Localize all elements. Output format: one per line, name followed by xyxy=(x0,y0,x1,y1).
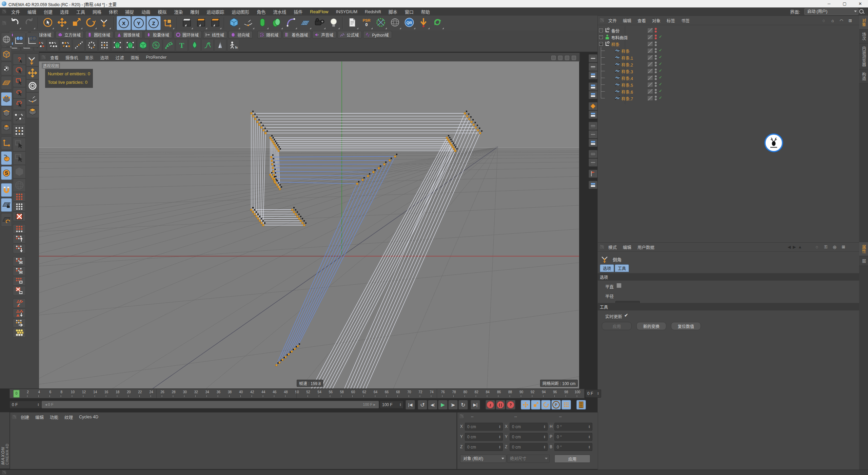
am-search-icon[interactable]: ◌ xyxy=(815,245,819,249)
am-menu-用户数据[interactable]: 用户数据 xyxy=(634,244,657,250)
enabled-check[interactable]: ✓ xyxy=(659,75,662,80)
object-row-样条.5[interactable]: 样条.5✓ xyxy=(598,81,859,88)
disabled-3-button[interactable] xyxy=(13,138,26,151)
layer-chip[interactable] xyxy=(647,75,653,80)
coord-spin[interactable]: ▲▼ xyxy=(499,434,502,440)
end-frame-spinner[interactable]: 100 F▲▼ xyxy=(380,401,403,408)
wire-sphere-button[interactable] xyxy=(388,16,402,30)
disabled-1-button[interactable] xyxy=(13,111,26,124)
am-tab-工具[interactable]: 工具 xyxy=(615,264,629,272)
menu-运动跟踪[interactable]: 运动跟踪 xyxy=(203,7,228,16)
marquee-render-button[interactable] xyxy=(374,16,388,30)
go-end-button[interactable]: ▶| xyxy=(471,400,480,410)
live-update-checkbox[interactable]: ✔ xyxy=(624,312,629,317)
layer-chip[interactable] xyxy=(647,62,653,67)
undo-button[interactable] xyxy=(8,16,22,30)
om-add-icon[interactable]: ⊞ xyxy=(848,19,852,23)
am-lock-icon[interactable]: ⚿ xyxy=(824,245,828,249)
psr-reset-button[interactable]: PSR0 xyxy=(360,16,373,30)
interface-dropdown[interactable]: 启动 (用户) xyxy=(804,8,859,15)
tp-disabled-button[interactable] xyxy=(26,33,39,48)
gem-cube-button[interactable] xyxy=(137,39,149,51)
menu-流水线[interactable]: 流水线 xyxy=(269,7,290,16)
viewport-tool-button[interactable] xyxy=(1,151,12,165)
material-menu-创建[interactable]: 创建 xyxy=(18,414,32,420)
coord-field-Z-2[interactable]: 0 cm▲▼ xyxy=(510,443,548,451)
viewport-menu-过滤[interactable]: 过滤 xyxy=(112,54,127,61)
layout-8-button[interactable] xyxy=(589,122,597,130)
coord-field-B-2[interactable]: 0 °▲▼ xyxy=(554,443,592,451)
gem-spheres-button[interactable] xyxy=(124,39,136,51)
floor-button[interactable] xyxy=(298,16,312,30)
dot-render-visibility[interactable] xyxy=(655,78,657,80)
om-home-icon[interactable]: ⌂ xyxy=(830,19,835,23)
enabled-check[interactable]: ✓ xyxy=(659,68,662,73)
polygons-mode-button[interactable] xyxy=(1,121,12,134)
current-frame-spinner[interactable]: 0 F▲▼ xyxy=(9,401,41,408)
live-selection-button[interactable] xyxy=(41,16,55,30)
key-pla-button[interactable] xyxy=(561,400,571,410)
object-mode-dropdown[interactable]: 对象 (相对) xyxy=(460,455,506,463)
rotate-button[interactable] xyxy=(84,16,97,30)
menu-工具[interactable]: 工具 xyxy=(73,7,89,16)
field-random-button[interactable]: 随机域 xyxy=(257,31,281,38)
sel-hide2-button[interactable] xyxy=(13,266,26,276)
object-row-样条.6[interactable]: 样条.6✓ xyxy=(598,88,859,95)
redo-button[interactable] xyxy=(22,16,36,30)
range-slider[interactable]: ◂ 0 F100 F ▸ xyxy=(41,401,379,408)
gem-wire-button[interactable] xyxy=(150,39,162,51)
dot-render-visibility[interactable] xyxy=(655,51,657,53)
autokey-ring-button[interactable]: ( ) xyxy=(496,400,505,410)
field-cone-button[interactable]: 圆锥体域 xyxy=(115,31,143,38)
viewport-menu-grip[interactable] xyxy=(41,55,45,59)
enabled-check[interactable]: ✓ xyxy=(659,82,662,87)
复位数值-button[interactable]: 复位数值 xyxy=(671,322,701,330)
download-button[interactable] xyxy=(417,16,430,30)
expand-toggle[interactable]: + xyxy=(599,28,603,32)
viewport-corner-icon-2[interactable] xyxy=(565,56,569,60)
cube-b-button[interactable] xyxy=(26,105,39,118)
gem-cluster-button[interactable] xyxy=(111,39,123,51)
pen-b-button[interactable] xyxy=(26,92,39,105)
object-row-样条.4[interactable]: 样条.4✓ xyxy=(598,74,859,81)
sweep-button[interactable] xyxy=(270,16,283,30)
menu-网格[interactable]: 网格 xyxy=(89,7,105,16)
knot-button[interactable] xyxy=(431,16,445,30)
key-parameter-button[interactable]: P xyxy=(551,400,561,410)
dot-render-visibility[interactable] xyxy=(655,71,657,73)
field-python-button[interactable]: Python域 xyxy=(363,31,392,38)
dot-render-visibility[interactable] xyxy=(655,44,657,46)
scale-button[interactable] xyxy=(70,16,83,30)
viewport-menu-显示[interactable]: 显示 xyxy=(82,54,97,61)
layout-12-button[interactable] xyxy=(589,158,597,167)
conv-3-button[interactable] xyxy=(13,318,26,328)
ruler-end-spinner[interactable]: 0 F ▲▼ xyxy=(585,390,601,398)
coord-grip[interactable] xyxy=(459,414,463,418)
move-b-button[interactable] xyxy=(26,66,39,79)
sail-button[interactable] xyxy=(214,39,226,51)
timeline-ruler[interactable]: 0246810121416182022242628303234363840424… xyxy=(9,389,585,398)
layer-chip[interactable] xyxy=(647,89,653,94)
coord-spin[interactable]: ▲▼ xyxy=(588,423,591,430)
om-menu-编辑[interactable]: 编辑 xyxy=(620,17,634,24)
layer-chip[interactable] xyxy=(647,96,653,101)
am-menu-编辑[interactable]: 编辑 xyxy=(620,244,634,250)
playhead[interactable]: 0 xyxy=(13,390,20,398)
am-tab-side-层[interactable]: 层 xyxy=(859,256,868,266)
lock-y-button[interactable]: Y xyxy=(132,16,146,30)
expand-toggle[interactable]: + xyxy=(599,35,603,39)
step-trail-button[interactable] xyxy=(73,39,85,51)
menu-文件[interactable]: 文件 xyxy=(7,7,24,16)
qr-code-button[interactable]: QR xyxy=(402,16,416,30)
size-mode-dropdown[interactable]: 绝对尺寸 xyxy=(507,455,550,463)
viewport-menu-ProRender[interactable]: ProRender xyxy=(143,55,170,60)
layer-chip[interactable] xyxy=(647,35,653,40)
layout-1-button[interactable] xyxy=(589,54,597,62)
lasso-select-button[interactable] xyxy=(13,87,26,98)
section-options[interactable]: 选项 xyxy=(598,273,861,281)
om-menu-对象[interactable]: 对象 xyxy=(649,17,664,24)
camera-button[interactable] xyxy=(313,16,326,30)
layout-2-button[interactable] xyxy=(589,63,597,71)
render-region-button[interactable] xyxy=(194,16,208,30)
om-menu-书签[interactable]: 书签 xyxy=(678,17,693,24)
